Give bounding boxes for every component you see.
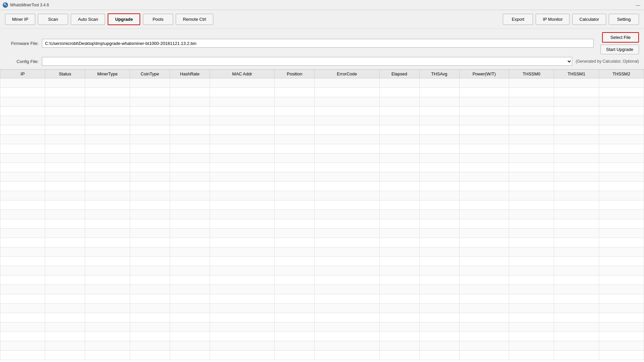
table-cell <box>170 294 210 304</box>
table-row <box>0 135 644 144</box>
table-cell <box>379 266 419 276</box>
table-cell <box>170 163 210 172</box>
table-cell <box>210 247 274 257</box>
table-cell <box>130 144 170 154</box>
table-cell <box>419 200 459 210</box>
scan-button[interactable]: Scan <box>38 14 68 25</box>
export-button[interactable]: Export <box>503 14 533 25</box>
table-cell <box>130 322 170 332</box>
table-cell <box>130 154 170 163</box>
table-row <box>0 200 644 210</box>
firmware-input[interactable] <box>42 39 594 48</box>
table-cell <box>459 304 509 313</box>
table-cell <box>459 163 509 172</box>
table-cell <box>315 154 379 163</box>
upgrade-button[interactable]: Upgrade <box>108 13 140 25</box>
table-cell <box>210 172 274 182</box>
col-hashrate: HashRate <box>170 70 210 78</box>
table-cell <box>0 351 45 360</box>
table-cell <box>379 135 419 144</box>
table-cell <box>210 294 274 304</box>
table-cell <box>45 210 85 219</box>
table-cell <box>130 285 170 294</box>
table-cell <box>379 257 419 266</box>
table-cell <box>379 304 419 313</box>
ip-monitor-button[interactable]: IP Monitor <box>536 14 570 25</box>
app-title: WhatsMinerTool 3.4.6 <box>10 3 49 7</box>
table-header-row: IP Status MinerType CoinType HashRate MA… <box>0 70 644 78</box>
select-file-button[interactable]: Select File <box>602 32 639 43</box>
start-upgrade-button[interactable]: Start Upgrade <box>600 45 639 54</box>
table-row <box>0 294 644 304</box>
table-cell <box>315 88 379 97</box>
table-cell <box>315 78 379 88</box>
miner-ip-button[interactable]: Miner IP <box>5 14 35 25</box>
table-cell <box>554 182 599 191</box>
table-cell <box>554 313 599 322</box>
table-cell <box>170 332 210 341</box>
table-cell <box>509 88 554 97</box>
table-cell <box>315 351 379 360</box>
remote-ctrl-button[interactable]: Remote Ctrl <box>176 14 213 25</box>
table-cell <box>170 351 210 360</box>
table-cell <box>509 285 554 294</box>
table-cell <box>210 116 274 125</box>
table-cell <box>0 219 45 229</box>
table-cell <box>554 219 599 229</box>
table-cell <box>315 238 379 247</box>
table-cell <box>509 97 554 107</box>
table-cell <box>379 163 419 172</box>
table-cell <box>45 135 85 144</box>
table-cell <box>170 182 210 191</box>
col-ip: IP <box>0 70 45 78</box>
table-cell <box>509 294 554 304</box>
calculator-button[interactable]: Calculator <box>572 14 606 25</box>
setting-button[interactable]: Setting <box>609 14 639 25</box>
table-cell <box>45 154 85 163</box>
table-cell <box>0 332 45 341</box>
title-bar-controls: — <box>635 2 641 8</box>
table-row <box>0 266 644 276</box>
table-cell <box>379 200 419 210</box>
table-cell <box>0 163 45 172</box>
auto-scan-button[interactable]: Auto Scan <box>71 14 105 25</box>
table-cell <box>210 154 274 163</box>
table-cell <box>419 294 459 304</box>
table-cell <box>379 285 419 294</box>
table-cell <box>554 163 599 172</box>
table-cell <box>599 163 644 172</box>
table-cell <box>170 219 210 229</box>
table-cell <box>210 125 274 135</box>
col-macaddr: MAC Addr <box>210 70 274 78</box>
table-cell <box>210 107 274 116</box>
table-cell <box>419 125 459 135</box>
upgrade-right-panel: Select File Start Upgrade <box>600 32 639 54</box>
table-cell <box>275 294 315 304</box>
table-cell <box>419 276 459 285</box>
table-cell <box>419 332 459 341</box>
table-row <box>0 276 644 285</box>
table-cell <box>379 229 419 238</box>
table-cell <box>275 200 315 210</box>
pools-button[interactable]: Pools <box>143 14 173 25</box>
table-row <box>0 182 644 191</box>
col-power: Power(W/T) <box>459 70 509 78</box>
table-cell <box>379 97 419 107</box>
table-cell <box>275 351 315 360</box>
table-row <box>0 163 644 172</box>
table-cell <box>85 135 130 144</box>
minimize-button[interactable]: — <box>635 2 641 8</box>
table-row <box>0 351 644 360</box>
table-cell <box>599 154 644 163</box>
col-thsavg: THSAvg <box>419 70 459 78</box>
table-cell <box>315 229 379 238</box>
table-cell <box>45 97 85 107</box>
table-cell <box>275 285 315 294</box>
table-cell <box>0 125 45 135</box>
table-cell <box>275 116 315 125</box>
table-cell <box>419 351 459 360</box>
table-cell <box>170 257 210 266</box>
table-cell <box>170 210 210 219</box>
config-select[interactable] <box>42 57 572 66</box>
table-cell <box>599 313 644 322</box>
